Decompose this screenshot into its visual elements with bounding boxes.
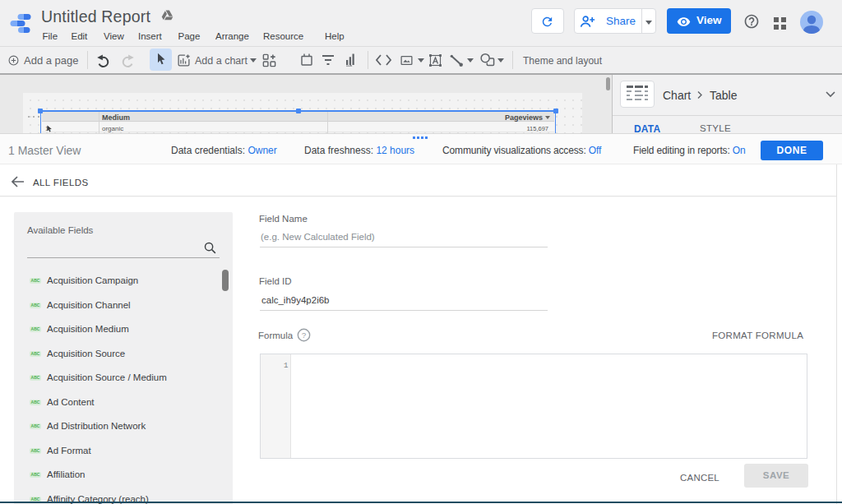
svg-text:?: ? (302, 331, 307, 340)
